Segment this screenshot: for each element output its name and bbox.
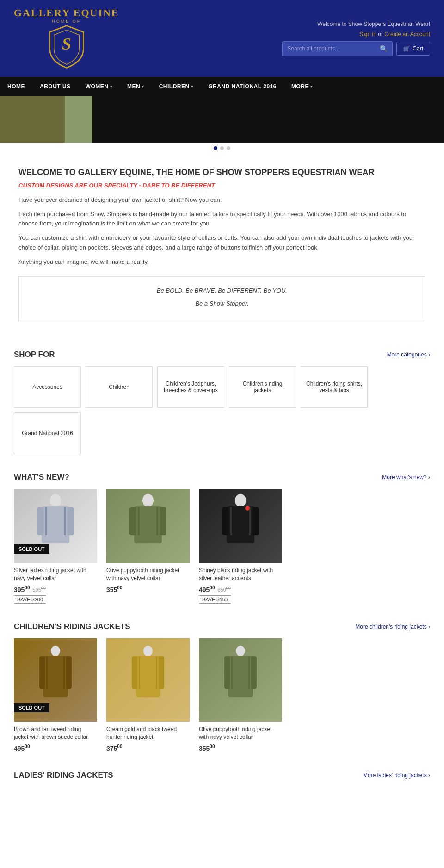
slider-dot-1[interactable] <box>214 146 217 150</box>
svg-rect-29 <box>156 656 157 689</box>
nav-more[interactable]: MORE▾ <box>284 77 321 96</box>
site-subtitle: HOME OF <box>52 19 81 24</box>
nav-women[interactable]: WOMEN ▾ <box>78 77 120 96</box>
svg-rect-25 <box>66 656 72 689</box>
svg-rect-4 <box>64 507 66 535</box>
product-img-bg-2 <box>106 489 190 563</box>
ladies-heading: LADIES' RIDING JACKETS <box>14 771 113 780</box>
whats-new-products: SOLD OUT Silver ladies riding jacket wit… <box>14 489 430 604</box>
main-nav: HOME ABOUT US WOMEN ▾ MEN ▾ CHILDREN ▾ G… <box>0 77 444 96</box>
children-product-img-2 <box>106 638 190 722</box>
product-title-3: Shiney black riding jacket with silver l… <box>199 567 282 582</box>
product-img-bg-3 <box>199 489 282 563</box>
svg-rect-30 <box>132 656 137 689</box>
svg-rect-31 <box>159 656 164 689</box>
whats-new-header: WHAT'S NEW? More what's new? › <box>14 473 430 482</box>
jacket-figure-3 <box>222 493 259 558</box>
svg-rect-17 <box>222 507 229 535</box>
children-img-bg-2 <box>106 638 190 722</box>
svg-point-26 <box>143 646 153 656</box>
welcome-para3: You can customize a shirt with embroider… <box>18 233 426 253</box>
product-card-3: Shiney black riding jacket with silver l… <box>199 489 282 604</box>
children-price-row-3: 35500 <box>199 744 282 752</box>
svg-text:S: S <box>62 35 71 53</box>
category-children[interactable]: Children <box>86 366 153 408</box>
children-product-price-2: 37500 <box>106 744 122 752</box>
shop-for-section: SHOP FOR More categories › Accessories C… <box>0 341 444 463</box>
product-original-price-1: 59500 <box>32 586 46 593</box>
svg-rect-9 <box>138 507 140 535</box>
product-card-2: Olive puppytooth riding jacket with navy… <box>106 489 190 604</box>
shop-for-header: SHOP FOR More categories › <box>14 350 430 359</box>
svg-point-1 <box>50 494 61 507</box>
nav-home[interactable]: HOME <box>0 77 32 96</box>
price-row-1: 39500 59500 <box>14 585 97 593</box>
search-button[interactable]: 🔍 <box>375 42 392 56</box>
shop-for-more-link[interactable]: More categories › <box>387 351 430 358</box>
childrens-header: CHILDREN'S RIDING JACKETS More children'… <box>14 622 430 631</box>
svg-point-19 <box>245 506 250 511</box>
svg-rect-3 <box>45 507 47 535</box>
svg-rect-28 <box>139 656 140 689</box>
svg-rect-18 <box>252 507 259 535</box>
cart-button[interactable]: 🛒 Cart <box>396 42 430 56</box>
children-dropdown-arrow: ▾ <box>191 84 194 89</box>
slider-dots <box>0 143 444 154</box>
site-title: GALLERY EQUINE <box>14 7 119 19</box>
svg-rect-5 <box>37 507 44 535</box>
quote-box: Be BOLD. Be BRAVE. Be DIFFERENT. Be YOU.… <box>18 276 426 323</box>
category-grand-national[interactable]: Grand National 2016 <box>14 412 81 454</box>
svg-point-13 <box>235 494 246 507</box>
nav-children[interactable]: CHILDREN ▾ <box>152 77 201 96</box>
search-input[interactable] <box>283 42 375 55</box>
children-product-title-1: Brown and tan tweed riding jacket with b… <box>14 725 97 741</box>
svg-point-32 <box>236 646 245 656</box>
svg-rect-37 <box>251 656 257 689</box>
product-price-3: 49500 <box>199 585 215 593</box>
header: GALLERY EQUINE HOME OF S Welcome to Show… <box>0 0 444 77</box>
auth-or: or <box>378 31 383 37</box>
category-accessories[interactable]: Accessories <box>14 366 81 408</box>
ladies-more-link[interactable]: More ladies' riding jackets › <box>363 772 430 779</box>
children-product-title-2: Cream gold and black tweed hunter riding… <box>106 725 190 741</box>
nav-men[interactable]: MEN ▾ <box>120 77 152 96</box>
children-product-card-1: SOLD OUT Brown and tan tweed riding jack… <box>14 638 97 752</box>
auth-links: Sign in or Create an Account <box>359 31 430 37</box>
product-title-2: Olive puppytooth riding jacket with navy… <box>106 567 190 582</box>
children-product-price-3: 35500 <box>199 744 215 752</box>
logo-area: GALLERY EQUINE HOME OF S <box>14 7 119 70</box>
category-grid: Accessories Children Children's Jodphurs… <box>14 366 430 454</box>
women-dropdown-arrow: ▾ <box>110 84 113 89</box>
whats-new-more-link[interactable]: More what's new? › <box>382 474 430 481</box>
children-img-bg-3 <box>199 638 282 722</box>
category-childrens-riding-jackets[interactable]: Children's riding jackets <box>229 366 296 408</box>
hero-segment-3 <box>92 96 444 143</box>
create-account-link[interactable]: Create an Account <box>384 31 430 37</box>
ladies-section: LADIES' RIDING JACKETS More ladies' ridi… <box>0 762 444 796</box>
svg-point-20 <box>51 646 60 656</box>
slider-dot-3[interactable] <box>227 146 230 150</box>
childrens-more-link[interactable]: More children's riding jackets › <box>355 624 430 630</box>
price-row-2: 35500 <box>106 585 190 593</box>
childrens-section: CHILDREN'S RIDING JACKETS More children'… <box>0 613 444 761</box>
svg-rect-12 <box>160 507 166 535</box>
nav-grand-national[interactable]: GRAND NATIONAL 2016 <box>201 77 284 96</box>
sign-in-link[interactable]: Sign in <box>359 31 376 37</box>
slider-dot-2[interactable] <box>220 146 224 150</box>
nav-about[interactable]: ABOUT US <box>32 77 78 96</box>
category-childrens-jodphurs[interactable]: Children's Jodphurs, breeches & cover-up… <box>157 366 224 408</box>
product-title-1: Silver ladies riding jacket with navy ve… <box>14 567 97 582</box>
svg-rect-22 <box>46 656 48 689</box>
price-row-3: 49500 65000 <box>199 585 282 593</box>
shop-for-heading: SHOP FOR <box>14 350 55 359</box>
welcome-text: Welcome to Show Stoppers Equestrian Wear… <box>317 21 430 27</box>
more-dropdown-arrow: ▾ <box>310 84 313 89</box>
svg-rect-23 <box>63 656 65 689</box>
category-childrens-shirts[interactable]: Children's riding shirts, vests & bibs <box>301 366 368 408</box>
welcome-para1: Have you ever dreamed of designing your … <box>18 195 426 205</box>
welcome-para4: Anything you can imagine, we will make a… <box>18 257 426 267</box>
quote1: Be BOLD. Be BRAVE. Be DIFFERENT. Be YOU. <box>33 286 411 296</box>
welcome-heading: WELCOME TO GALLERY EQUINE, THE HOME OF S… <box>18 168 426 177</box>
children-product-card-2: Cream gold and black tweed hunter riding… <box>106 638 190 752</box>
product-price-1: 39500 <box>14 585 30 593</box>
